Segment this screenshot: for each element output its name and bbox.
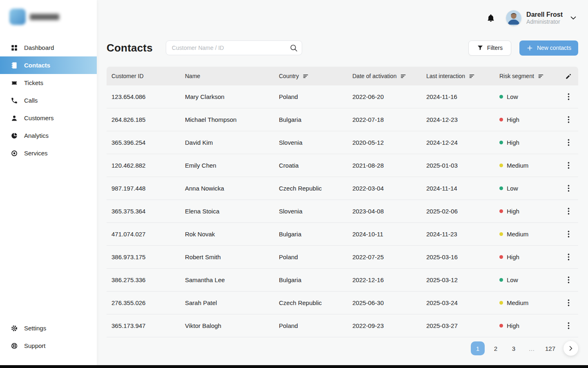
cell-customer-id: 276.355.026 — [111, 299, 185, 306]
table-row[interactable]: 365.173.947 Viktor Balogh Poland 2022-09… — [107, 314, 578, 337]
plus-icon — [526, 45, 533, 52]
cell-last-interaction: 2024-11-16 — [426, 93, 499, 100]
column-label: Customer ID — [111, 73, 144, 79]
search-input[interactable] — [166, 40, 302, 55]
row-menu-button[interactable] — [564, 114, 573, 125]
sort-icon[interactable] — [469, 73, 475, 79]
table-row[interactable]: 123.654.086 Mary Clarkson Poland 2022-06… — [107, 85, 578, 108]
risk-badge: Low — [499, 185, 559, 192]
contacts-icon — [10, 61, 18, 70]
app-root: Dashboard Contacts Tickets Calls — [0, 0, 588, 365]
topbar: Darell Frost Administrator — [107, 0, 578, 36]
cell-last-interaction: 2025-03-12 — [426, 276, 499, 283]
sidebar-item-calls[interactable]: Calls — [0, 92, 97, 109]
cell-name: David Kim — [185, 139, 279, 146]
risk-label: Medium — [507, 299, 528, 306]
cell-customer-id: 264.826.185 — [111, 116, 185, 123]
new-contacts-button[interactable]: New contacts — [519, 40, 578, 56]
row-menu-button[interactable] — [564, 206, 573, 216]
risk-badge: High — [499, 139, 559, 146]
avatar-image — [506, 10, 521, 26]
search-box — [166, 40, 302, 55]
risk-dot — [499, 301, 503, 305]
cell-country: Bulgaria — [279, 116, 352, 123]
cell-customer-id: 365.173.947 — [111, 322, 185, 329]
table-row[interactable]: 386.973.175 Robert Smith Poland 2022-07-… — [107, 246, 578, 269]
table-row[interactable]: 365.396.254 David Kim Slovenia 2020-05-1… — [107, 131, 578, 154]
sidebar-item-tickets[interactable]: Tickets — [0, 74, 97, 92]
sidebar-item-analytics[interactable]: Analytics — [0, 127, 97, 144]
column-header-date-of-activation[interactable]: Date of activation — [352, 73, 426, 79]
row-menu-button[interactable] — [564, 137, 573, 148]
page-title: Contacts — [107, 42, 153, 54]
sort-icon[interactable] — [538, 73, 544, 79]
column-header-last-interaction[interactable]: Last interaction — [426, 73, 499, 79]
next-page-button[interactable] — [564, 341, 578, 356]
table-row[interactable]: 987.197.448 Anna Nowicka Czech Republic … — [107, 177, 578, 200]
table-row[interactable]: 264.826.185 Michael Thompson Bulgaria 20… — [107, 108, 578, 131]
cell-activation-date: 2022-12-16 — [352, 276, 426, 283]
app-logo — [0, 0, 97, 39]
main-content: Darell Frost Administrator Contacts — [97, 0, 588, 365]
cell-country: Poland — [279, 93, 352, 100]
page-button-3[interactable]: 3 — [507, 341, 521, 355]
page-actions: Filters New contacts — [468, 40, 578, 56]
sort-icon[interactable] — [400, 73, 406, 79]
sidebar-item-label: Services — [24, 150, 48, 157]
cell-last-interaction: 2025-03-16 — [426, 254, 499, 260]
sidebar-item-contacts[interactable]: Contacts — [0, 56, 97, 74]
row-menu-button[interactable] — [564, 321, 573, 331]
cell-name: Sarah Patel — [185, 299, 279, 306]
table-row[interactable]: 276.355.026 Sarah Patel Czech Republic 2… — [107, 292, 578, 314]
user-menu-toggle[interactable] — [568, 13, 578, 23]
column-header-customer-id: Customer ID — [111, 73, 185, 79]
sidebar-item-settings[interactable]: Settings — [0, 319, 97, 337]
table-row[interactable]: 471.074.027 Rok Novak Bulgaria 2024-10-1… — [107, 223, 578, 246]
row-menu-button[interactable] — [564, 275, 573, 285]
row-menu-button[interactable] — [564, 160, 573, 171]
cell-customer-id: 386.973.175 — [111, 254, 185, 260]
cell-name: Mary Clarkson — [185, 93, 279, 100]
column-label: Country — [279, 73, 299, 79]
pagination: 1 2 3 … 127 — [107, 341, 578, 356]
avatar[interactable] — [506, 10, 521, 26]
sidebar-item-services[interactable]: Services — [0, 144, 97, 162]
table-row[interactable]: 365.375.364 Elena Stoica Slovenia 2023-0… — [107, 200, 578, 223]
row-menu-button[interactable] — [564, 252, 573, 262]
column-header-risk-segment[interactable]: Risk segment — [499, 73, 559, 79]
user-role: Administrator — [526, 18, 563, 25]
phone-icon — [10, 96, 18, 105]
notifications-button[interactable] — [483, 10, 499, 26]
dashboard-icon — [10, 44, 18, 52]
sidebar-item-customers[interactable]: Customers — [0, 109, 97, 127]
row-menu-button[interactable] — [564, 183, 573, 193]
cell-customer-id: 123.654.086 — [111, 93, 185, 100]
search-icon — [290, 44, 298, 54]
table-row[interactable]: 120.462.882 Emily Chen Croatia 2021-08-2… — [107, 154, 578, 177]
filters-button[interactable]: Filters — [468, 40, 511, 56]
cell-customer-id: 987.197.448 — [111, 185, 185, 192]
risk-badge: High — [499, 254, 559, 260]
cell-country: Bulgaria — [279, 231, 352, 238]
page-button-last[interactable]: 127 — [543, 341, 558, 355]
row-menu-button[interactable] — [564, 298, 573, 308]
risk-dot — [499, 95, 503, 99]
cell-last-interaction: 2024-11-14 — [426, 185, 499, 192]
page-button-2[interactable]: 2 — [489, 341, 503, 355]
bell-icon — [486, 13, 495, 22]
row-menu-button[interactable] — [564, 229, 573, 239]
row-menu-button[interactable] — [564, 92, 573, 102]
sort-icon[interactable] — [303, 73, 309, 79]
table-row[interactable]: 386.275.336 Samantha Lee Bulgaria 2022-1… — [107, 269, 578, 292]
sidebar-item-support[interactable]: Support — [0, 337, 97, 355]
edit-columns-button[interactable] — [559, 73, 578, 80]
page-button-1[interactable]: 1 — [471, 341, 485, 355]
sidebar-item-dashboard[interactable]: Dashboard — [0, 39, 97, 56]
cell-country: Slovenia — [279, 208, 352, 215]
column-header-country[interactable]: Country — [279, 73, 352, 79]
risk-label: Medium — [507, 231, 528, 238]
cell-customer-id: 120.462.882 — [111, 162, 185, 169]
cell-country: Croatia — [279, 162, 352, 169]
risk-label: Medium — [507, 162, 528, 169]
risk-label: High — [507, 116, 519, 123]
